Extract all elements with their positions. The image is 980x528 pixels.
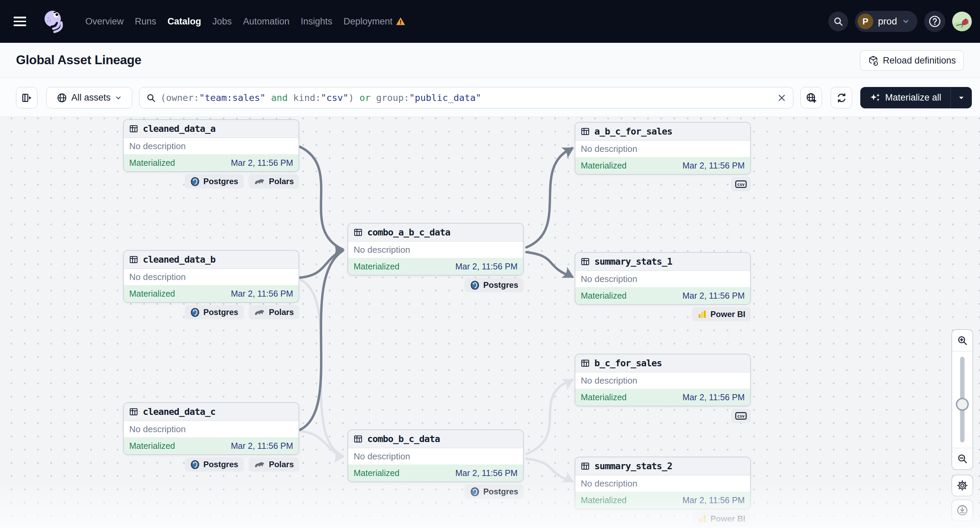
table-icon [129, 407, 138, 417]
asset-status-row: MaterializedMar 2, 11:56 PM [575, 287, 750, 304]
asset-description: No description [124, 269, 299, 285]
globe-icon [56, 92, 67, 103]
graph-settings-button[interactable] [951, 475, 973, 496]
nav-catalog[interactable]: Catalog [168, 16, 201, 27]
search-icon [833, 16, 843, 27]
asset-status-badge: Materialized [581, 495, 627, 506]
asset-description: No description [575, 475, 750, 492]
asset-timestamp[interactable]: Mar 2, 11:56 PM [682, 160, 745, 171]
asset-status-row: MaterializedMar 2, 11:56 PM [575, 389, 750, 406]
asset-scope-dropdown[interactable]: All assets [46, 87, 132, 108]
zoom-slider[interactable] [952, 351, 972, 448]
kind-badge-postgres[interactable]: Postgres [465, 485, 523, 499]
table-icon [581, 358, 590, 368]
asset-node-summary_stats_2[interactable]: summary_stats_2No descriptionMaterialize… [575, 457, 751, 509]
asset-node-a_b_c_for_sales[interactable]: a_b_c_for_salesNo descriptionMaterialize… [575, 122, 751, 174]
nav-runs[interactable]: Runs [135, 16, 156, 27]
nav-insights[interactable]: Insights [301, 16, 332, 27]
zoom-slider-thumb[interactable] [956, 398, 969, 411]
asset-status-badge: Materialized [129, 157, 175, 168]
table-icon [129, 124, 138, 133]
reload-definitions-icon [868, 55, 879, 66]
kind-badge-powerbi[interactable]: Power BI [692, 512, 751, 526]
query-token-value: "csv" [321, 92, 348, 103]
asset-node-b_c_for_sales[interactable]: b_c_for_salesNo descriptionMaterializedM… [575, 354, 751, 406]
asset-node-cleaned_data_c[interactable]: cleaned_data_cNo descriptionMaterialized… [123, 402, 299, 455]
materialize-options-button[interactable] [951, 87, 972, 108]
asset-node-header: cleaned_data_c [124, 403, 299, 421]
asset-scope-label: All assets [72, 92, 111, 103]
kind-badge-postgres[interactable]: Postgres [185, 174, 244, 189]
asset-status-row: MaterializedMar 2, 11:56 PM [124, 285, 299, 302]
materialize-all-button[interactable]: Materialize all [860, 87, 950, 108]
kind-badges-combo_a_b_c_data: Postgres [347, 278, 523, 292]
menu-icon[interactable] [11, 11, 32, 32]
asset-status-badge: Materialized [581, 290, 627, 301]
edge-combo_a_b_c_data-to-a_b_c_for_sales [527, 148, 572, 247]
polars-bear-icon [254, 178, 266, 186]
toggle-sidebar-button[interactable] [16, 87, 37, 108]
edge-arrowhead [334, 244, 345, 257]
kind-badge-polars[interactable]: Polars [248, 457, 299, 472]
help-button[interactable] [924, 11, 945, 32]
refresh-button[interactable] [831, 87, 852, 108]
asset-node-summary_stats_1[interactable]: summary_stats_1No descriptionMaterialize… [575, 252, 751, 305]
nav-label: Catalog [168, 16, 201, 27]
dagster-app: OverviewRunsCatalogJobsAutomationInsight… [0, 0, 980, 528]
dagster-logo-icon[interactable] [41, 9, 66, 34]
table-icon [581, 461, 590, 471]
asset-node-combo_a_b_c_data[interactable]: combo_a_b_c_dataNo descriptionMaterializ… [347, 223, 523, 276]
asset-timestamp[interactable]: Mar 2, 11:56 PM [455, 261, 517, 272]
asset-timestamp[interactable]: Mar 2, 11:56 PM [682, 495, 745, 506]
kind-badge-postgres[interactable]: Postgres [185, 457, 244, 472]
asset-name: combo_a_b_c_data [367, 226, 450, 238]
asset-status-row: MaterializedMar 2, 11:56 PM [575, 492, 750, 509]
kind-label: Polars [269, 308, 294, 317]
kind-badges-cleaned_data_c: PostgresPolars [123, 457, 299, 472]
zoom-in-button[interactable] [952, 330, 972, 351]
asset-search-input[interactable]: (owner:"team:sales" and kind:"csv") or g… [139, 87, 793, 108]
asset-node-header: summary_stats_1 [575, 253, 750, 271]
asset-node-cleaned_data_a[interactable]: cleaned_data_aNo descriptionMaterialized… [123, 119, 299, 172]
asset-timestamp[interactable]: Mar 2, 11:56 PM [231, 440, 293, 452]
main-nav: OverviewRunsCatalogJobsAutomationInsight… [85, 16, 406, 27]
kind-label: Postgres [483, 487, 518, 496]
gear-icon [956, 479, 969, 492]
kind-badge-csv[interactable]: csv [731, 177, 751, 191]
asset-timestamp[interactable]: Mar 2, 11:56 PM [682, 392, 745, 403]
kind-label: Power BI [710, 514, 745, 523]
nav-jobs[interactable]: Jobs [213, 16, 232, 27]
asset-timestamp[interactable]: Mar 2, 11:56 PM [682, 290, 745, 301]
asset-status-row: MaterializedMar 2, 11:56 PM [575, 157, 750, 174]
asset-node-combo_b_c_data[interactable]: combo_b_c_dataNo descriptionMaterialized… [347, 430, 523, 482]
user-avatar[interactable] [952, 11, 972, 31]
reload-definitions-button[interactable]: Reload definitions [860, 50, 964, 71]
clear-search-icon[interactable] [777, 94, 786, 102]
query-token-plain [266, 92, 271, 103]
asset-timestamp[interactable]: Mar 2, 11:56 PM [231, 157, 293, 168]
lineage-canvas[interactable]: cleaned_data_aNo descriptionMaterialized… [0, 117, 980, 528]
deployment-switcher[interactable]: P prod [855, 11, 918, 32]
asset-status-row: MaterializedMar 2, 11:56 PM [348, 465, 523, 482]
zoom-out-button[interactable] [952, 448, 972, 469]
chevron-down-icon [902, 17, 910, 25]
kind-badge-powerbi[interactable]: Power BI [692, 307, 751, 322]
nav-overview[interactable]: Overview [85, 16, 124, 27]
filter-to-selection-button[interactable] [800, 87, 822, 108]
asset-node-cleaned_data_b[interactable]: cleaned_data_bNo descriptionMaterialized… [123, 250, 299, 303]
asset-timestamp[interactable]: Mar 2, 11:56 PM [231, 288, 293, 299]
kind-badge-polars[interactable]: Polars [248, 174, 299, 189]
asset-name: a_b_c_for_sales [594, 125, 672, 138]
kind-badge-csv[interactable]: csv [731, 409, 751, 423]
warning-icon [396, 16, 406, 27]
zoom-in-icon [957, 335, 968, 346]
search-button[interactable] [828, 11, 848, 31]
kind-badge-polars[interactable]: Polars [248, 305, 299, 319]
download-image-button[interactable] [951, 499, 973, 521]
kind-badge-postgres[interactable]: Postgres [185, 305, 244, 319]
query-token-plain: ) [348, 92, 354, 103]
asset-timestamp[interactable]: Mar 2, 11:56 PM [455, 467, 517, 479]
nav-deployment[interactable]: Deployment [344, 16, 406, 27]
kind-badge-postgres[interactable]: Postgres [465, 278, 523, 292]
nav-automation[interactable]: Automation [243, 16, 290, 27]
